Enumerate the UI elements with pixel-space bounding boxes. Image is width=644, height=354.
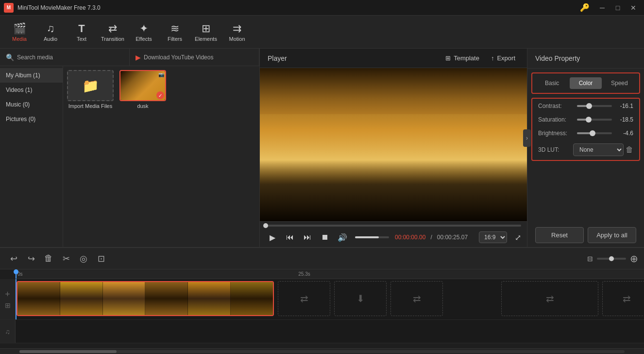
contrast-value: -16.1: [616, 103, 633, 109]
video-track-sidebar: + ⊞: [0, 279, 16, 319]
dusk-media-thumb: 📷 ✓: [119, 70, 166, 101]
collapse-panel-button[interactable]: ›: [523, 129, 531, 147]
saturation-thumb[interactable]: [586, 117, 592, 123]
sidebar-nav: My Album (1) Videos (1) Music (0) Pictur…: [0, 66, 63, 247]
maximize-button[interactable]: □: [611, 3, 625, 13]
toolbar-item-effects[interactable]: ✦ Effects: [128, 18, 159, 47]
effects-icon: ✦: [139, 22, 148, 35]
toolbar-item-effects-label: Effects: [136, 36, 152, 42]
saturation-row: Saturation: -18.5: [538, 116, 633, 123]
lut-select-container: None 🗑: [573, 143, 633, 156]
reset-button[interactable]: Reset: [535, 227, 584, 243]
progress-thumb[interactable]: [263, 223, 268, 228]
toolbar-item-text[interactable]: T Text: [66, 18, 97, 47]
toolbar-item-transition[interactable]: ⇄ Transition: [97, 18, 128, 47]
transition-icon-5: ⇄: [623, 293, 631, 304]
tab-color[interactable]: Color: [570, 77, 601, 89]
video-track-icon: ⊞: [5, 301, 11, 309]
transition-slot-1[interactable]: ⇄: [278, 281, 330, 316]
brightness-label: Brightness:: [538, 130, 573, 137]
progress-bar[interactable]: [266, 225, 521, 227]
template-icon: ⊞: [445, 54, 451, 62]
download-youtube-btn[interactable]: ▶ Download YouTube Videos: [130, 49, 259, 66]
search-icon: 🔍: [6, 53, 14, 61]
dusk-media-item[interactable]: 📷 ✓ dusk: [119, 70, 166, 109]
export-button[interactable]: ↑ Export: [487, 53, 519, 64]
sidebar-item-pictures[interactable]: Pictures (0): [0, 112, 63, 126]
brightness-thumb[interactable]: [590, 130, 595, 136]
lut-row: 3D LUT: None 🗑: [538, 143, 633, 156]
tab-basic[interactable]: Basic: [536, 77, 568, 89]
import-media-item[interactable]: 📁 Import Media Files: [67, 70, 114, 109]
redo-button[interactable]: ↪: [23, 251, 39, 266]
transition-slot-3[interactable]: ⇄: [390, 281, 443, 316]
app-logo: M: [4, 3, 14, 13]
download-icon: ⬇: [356, 293, 365, 304]
prev-frame-button[interactable]: ⏮: [283, 230, 297, 244]
sidebar-item-videos[interactable]: Videos (1): [0, 83, 63, 97]
player-title: Player: [268, 54, 287, 62]
playhead-head: [14, 269, 18, 274]
contrast-thumb[interactable]: [586, 103, 592, 109]
track-ruler: 0s 25.3s: [16, 269, 644, 279]
brightness-slider[interactable]: [577, 132, 612, 134]
property-actions: Reset Apply to all: [527, 223, 644, 247]
next-frame-button[interactable]: ⏭: [301, 230, 314, 244]
transition-icon: ⇄: [108, 22, 117, 35]
transition-slot-2[interactable]: ⬇: [334, 281, 387, 316]
property-tabs: Basic Color Speed: [531, 72, 640, 94]
crop-button[interactable]: ⊡: [93, 251, 109, 266]
scrollbar-thumb[interactable]: [19, 350, 117, 353]
close-button[interactable]: ✕: [627, 3, 640, 13]
transition-slot-5[interactable]: ⇄: [602, 281, 644, 316]
saturation-label: Saturation:: [538, 116, 573, 123]
audio-track-area: [16, 320, 644, 343]
aspect-ratio-select[interactable]: 16:9: [479, 231, 507, 243]
audio-detach-button[interactable]: ◎: [76, 251, 91, 266]
fullscreen-button[interactable]: ⤢: [515, 233, 521, 242]
video-track-area: ⇄ ⬇ ⇄ ⇄ ⇄: [16, 279, 644, 319]
timeline-scrollbar[interactable]: [0, 348, 644, 354]
text-icon: T: [78, 22, 85, 35]
play-button[interactable]: ▶: [266, 230, 279, 244]
selected-check-badge: ✓: [156, 91, 164, 99]
toolbar-item-filters[interactable]: ≋ Filters: [159, 18, 190, 47]
elements-icon: ⊞: [202, 22, 210, 35]
contrast-slider[interactable]: [577, 105, 612, 107]
toolbar-item-media[interactable]: 🎬 Media: [4, 18, 35, 47]
toolbar-item-audio[interactable]: ♫ Audio: [35, 18, 66, 47]
volume-button[interactable]: 🔊: [336, 230, 349, 244]
video-clip[interactable]: [17, 281, 274, 316]
search-media-btn[interactable]: 🔍 Search media: [0, 49, 130, 66]
transition-slot-4[interactable]: ⇄: [501, 281, 598, 316]
scrollbar-track[interactable]: [19, 350, 625, 353]
filters-icon: ≋: [170, 22, 179, 35]
cut-button[interactable]: ✂: [58, 251, 74, 266]
music-icon: ♫: [5, 328, 10, 336]
lut-delete-button[interactable]: 🗑: [626, 145, 633, 154]
lut-select[interactable]: None: [573, 143, 624, 156]
delete-button[interactable]: 🗑: [41, 251, 56, 266]
sidebar-item-music[interactable]: Music (0): [0, 97, 63, 112]
template-button[interactable]: ⊞ Template: [441, 53, 483, 64]
player-header-actions: ⊞ Template ↑ Export: [441, 53, 519, 64]
ruler-mark-25: 25.3s: [298, 271, 310, 277]
stop-button[interactable]: ⏹: [318, 230, 332, 244]
apply-to-all-button[interactable]: Apply to all: [588, 227, 636, 243]
clip-frame: [145, 282, 188, 315]
toolbar-item-elements[interactable]: ⊞ Elements: [190, 18, 221, 47]
sidebar-item-my-album[interactable]: My Album (1): [0, 68, 63, 83]
brightness-row: Brightness: -4.6: [538, 130, 633, 137]
toolbar-item-motion[interactable]: ⇉ Motion: [221, 18, 253, 47]
undo-button[interactable]: ↩: [6, 251, 21, 266]
saturation-slider[interactable]: [577, 119, 612, 121]
tab-speed[interactable]: Speed: [604, 77, 635, 89]
contrast-label: Contrast:: [538, 103, 573, 109]
main-toolbar: 🎬 Media ♫ Audio T Text ⇄ Transition ✦ Ef…: [0, 16, 644, 49]
volume-slider[interactable]: [355, 236, 389, 238]
import-folder-icon: 📁: [82, 78, 99, 94]
time-current: 00:00:00.00: [395, 234, 425, 241]
zoom-slider[interactable]: [597, 258, 626, 260]
minimize-button[interactable]: ─: [595, 3, 609, 13]
add-track-icon[interactable]: +: [5, 289, 10, 300]
